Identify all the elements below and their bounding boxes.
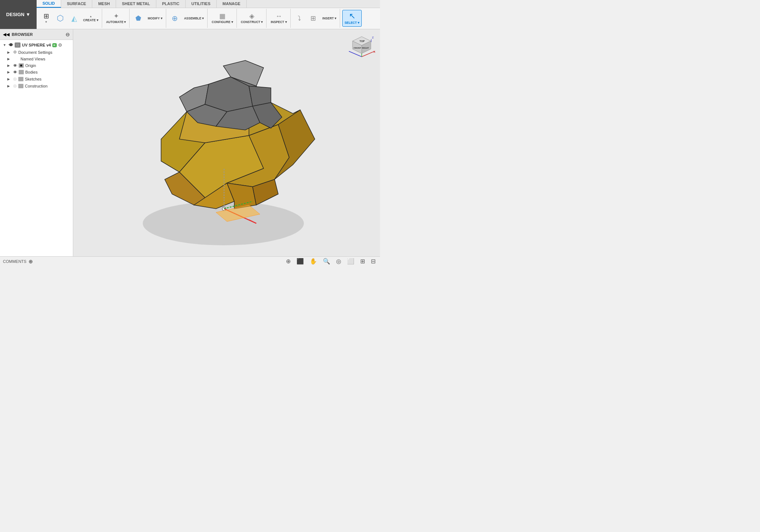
tree-item-construction[interactable]: ▶ ◎ Construction <box>0 82 73 89</box>
tree-item-origin[interactable]: ▶ 👁 ▣ Origin <box>0 62 73 69</box>
svg-text:TOP: TOP <box>359 40 365 42</box>
insert-icon1: ⤵ <box>298 15 301 22</box>
svg-text:Z: Z <box>372 36 374 39</box>
configure-btn[interactable]: ▦ CONFIGURE ▾ <box>210 10 235 27</box>
inspect-btn[interactable]: ↔ INSPECT ▾ <box>269 10 288 27</box>
tree-item-doc-settings[interactable]: ▶ ⚙ Document Settings <box>0 49 73 56</box>
snap-btn[interactable]: ⊕ <box>284 257 292 265</box>
pan-btn[interactable]: ✋ <box>308 257 318 265</box>
insert-btn2[interactable]: ⊞ <box>307 10 320 27</box>
tabs-area: SOLID SURFACE MESH SHEET METAL PLASTIC U… <box>37 0 380 29</box>
statusbar-left: COMMENTS ⊕ <box>3 258 33 264</box>
tab-plastic[interactable]: PLASTIC <box>156 0 186 8</box>
collapse-browser-btn[interactable]: ◀◀ <box>3 32 10 37</box>
tree-root-item[interactable]: ▼ 👁 □ UV SPHERE v4 K ⊙ <box>0 41 73 49</box>
bodies-arrow[interactable]: ▶ <box>7 70 12 74</box>
origin-label: Origin <box>25 63 36 68</box>
construction-visibility-icon[interactable]: ◎ <box>13 83 17 88</box>
create-btn-label[interactable]: ▲ CREATE ▾ <box>81 10 100 27</box>
origin-visibility-icon[interactable]: 👁 <box>13 63 17 68</box>
construction-arrow[interactable]: ▶ <box>7 84 12 88</box>
sidebar: ◀◀ BROWSER ⊖ ▼ 👁 □ UV SPHERE v4 K ⊙ ▶ ⚙ … <box>0 29 73 256</box>
viewport[interactable]: X TOP RIGHT FRONT Z <box>73 29 380 256</box>
sketches-folder-icon <box>18 77 23 81</box>
named-views-label: Named Views <box>21 57 45 61</box>
insert-label-btn[interactable]: INSERT ▾ <box>321 10 339 27</box>
sketches-arrow[interactable]: ▶ <box>7 77 12 81</box>
svg-text:RIGHT: RIGHT <box>362 47 369 49</box>
create-solid-btn[interactable]: ⬡ <box>53 10 67 27</box>
automate-icon: ✦ <box>113 13 119 19</box>
target-icon: ⊙ <box>58 42 62 48</box>
tree-item-sketches[interactable]: ▶ ◎ Sketches <box>0 75 73 82</box>
create-surface-btn[interactable]: ◭ <box>67 10 81 27</box>
root-label: UV SPHERE v4 <box>22 43 51 47</box>
bodies-visibility-icon[interactable]: 👁 <box>13 70 17 74</box>
modify-icon: ⬟ <box>135 15 141 22</box>
named-views-arrow[interactable]: ▶ <box>7 57 12 61</box>
browser-minus-btn[interactable]: ⊖ <box>66 31 70 37</box>
visibility-eye-icon[interactable]: 👁 <box>9 42 13 48</box>
new-component-icon: ⊞ <box>44 13 49 19</box>
assemble-group: ⊕ ASSEMBLE ▾ <box>167 9 208 28</box>
add-comment-btn[interactable]: ⊕ <box>29 258 33 264</box>
tree-item-named-views[interactable]: ▶ Named Views <box>0 56 73 62</box>
grid-btn[interactable]: ⊞ <box>359 257 366 265</box>
construct-btn[interactable]: ◈ CONSTRUCT ▾ <box>239 10 265 27</box>
browser-header: ◀◀ BROWSER ⊖ <box>0 29 73 40</box>
main-area: ◀◀ BROWSER ⊖ ▼ 👁 □ UV SPHERE v4 K ⊙ ▶ ⚙ … <box>0 29 380 256</box>
modify-btn[interactable]: ⬟ <box>132 10 145 27</box>
fit-btn[interactable]: ◎ <box>335 257 343 265</box>
insert-icon2: ⊞ <box>310 15 316 22</box>
sketches-visibility-icon[interactable]: ◎ <box>13 77 17 81</box>
modify-label-btn[interactable]: MODIFY ▾ <box>146 10 164 27</box>
statusbar: COMMENTS ⊕ ⊕ ⬛ ✋ 🔍 ◎ ⬜ ⊞ ⊟ <box>0 256 380 266</box>
tab-utilities[interactable]: UTILITIES <box>186 0 217 8</box>
zoom-in-btn[interactable]: 🔍 <box>321 257 332 265</box>
select-group: ↖ SELECT ▾ <box>341 9 363 28</box>
design-button[interactable]: DESIGN ▼ <box>0 0 37 29</box>
svg-text:FRONT: FRONT <box>354 47 361 49</box>
inspect-group: ↔ INSPECT ▾ <box>267 9 290 28</box>
construct-group: ◈ CONSTRUCT ▾ <box>238 9 267 28</box>
tab-surface[interactable]: SURFACE <box>61 0 93 8</box>
assemble-icon: ⊕ <box>172 15 178 22</box>
gear-icon: ⚙ <box>13 50 17 55</box>
tab-mesh[interactable]: MESH <box>92 0 116 8</box>
viewcube-svg: X TOP RIGHT FRONT Z <box>347 33 376 62</box>
assemble-label-btn[interactable]: ASSEMBLE ▾ <box>182 10 206 27</box>
tab-row: SOLID SURFACE MESH SHEET METAL PLASTIC U… <box>37 0 380 8</box>
viewcube[interactable]: X TOP RIGHT FRONT Z <box>347 33 376 62</box>
display-mode-btn[interactable]: ⬜ <box>346 257 356 265</box>
sketches-label: Sketches <box>25 77 41 81</box>
construct-icon: ◈ <box>249 13 254 19</box>
create-surface-icon: ◭ <box>71 15 77 22</box>
origin-folder-icon: ▣ <box>19 63 24 68</box>
doc-settings-arrow[interactable]: ▶ <box>7 51 12 54</box>
configure-icon: ▦ <box>219 13 226 19</box>
tab-sheet-metal[interactable]: SHEET METAL <box>116 0 156 8</box>
assemble-btn[interactable]: ⊕ <box>168 10 182 27</box>
capture-btn[interactable]: ⬛ <box>295 257 305 265</box>
component-icon: □ <box>15 42 21 48</box>
bodies-folder-icon <box>19 70 24 74</box>
tab-solid[interactable]: SOLID <box>37 0 61 8</box>
insert-btn1[interactable]: ⤵ <box>293 10 306 27</box>
origin-arrow[interactable]: ▶ <box>7 64 12 67</box>
create-solid-icon: ⬡ <box>57 14 64 22</box>
configure-group: ▦ CONFIGURE ▾ <box>208 9 236 28</box>
statusbar-right: ⊕ ⬛ ✋ 🔍 ◎ ⬜ ⊞ ⊟ <box>284 257 377 265</box>
design-label: DESIGN ▼ <box>6 12 30 17</box>
new-component-btn[interactable]: ⊞ + <box>40 10 53 27</box>
3d-canvas <box>73 29 380 256</box>
tree-item-bodies[interactable]: ▶ 👁 Bodies <box>0 69 73 75</box>
root-expand-arrow[interactable]: ▼ <box>3 43 7 47</box>
automate-btn[interactable]: ✦ AUTOMATE ▾ <box>104 10 128 27</box>
tool-row: ⊞ + ⬡ ◭ ▲ CREATE ▾ ✦ AUTOMATE ▾ <box>37 8 380 29</box>
select-btn[interactable]: ↖ SELECT ▾ <box>342 10 362 27</box>
insert-group: ⤵ ⊞ INSERT ▾ <box>291 9 340 28</box>
comments-label: COMMENTS <box>3 259 26 264</box>
view-options-btn[interactable]: ⊟ <box>369 257 377 265</box>
tab-manage[interactable]: MANAGE <box>217 0 247 8</box>
svg-text:X: X <box>373 50 376 53</box>
